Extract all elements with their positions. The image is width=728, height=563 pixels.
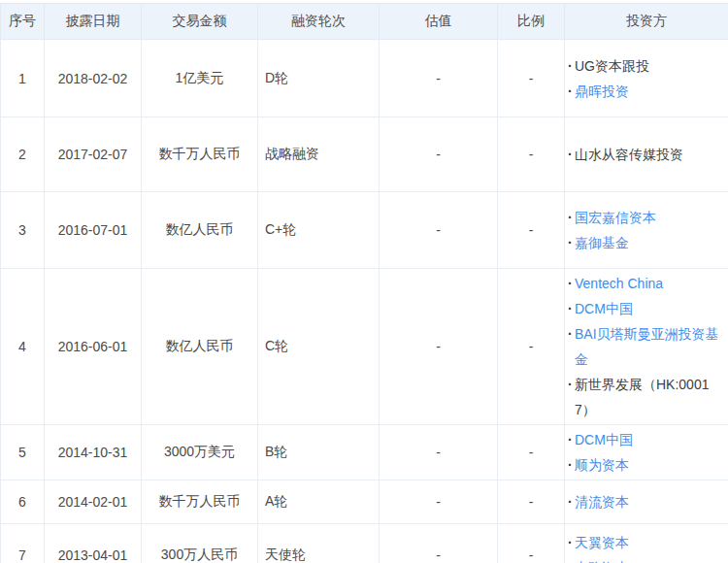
col-header-ratio: 比例 <box>498 4 565 40</box>
investor-link[interactable]: BAI贝塔斯曼亚洲投资基金 <box>575 321 726 372</box>
cell-serial: 7 <box>1 524 45 563</box>
cell-round: B轮 <box>258 425 380 480</box>
cell-investors: ·天翼资本·中路资本 <box>565 524 728 563</box>
cell-round: 天使轮 <box>258 524 380 563</box>
cell-valuation: - <box>380 425 498 480</box>
investor-list: ·国宏嘉信资本·嘉御基金 <box>565 203 728 257</box>
cell-investors: ·DCM中国·顺为资本 <box>565 425 728 480</box>
investor-name: 新世界发展（HK:00017） <box>575 372 726 422</box>
col-header-investors: 投资方 <box>565 4 728 40</box>
cell-round: D轮 <box>258 40 380 117</box>
cell-date: 2018-02-02 <box>45 40 142 117</box>
cell-date: 2013-04-01 <box>45 524 142 563</box>
investor-name: 山水从容传媒投资 <box>575 142 683 167</box>
bullet-icon: · <box>568 296 575 321</box>
cell-investors: ·Ventech China·DCM中国·BAI贝塔斯曼亚洲投资基金·新世界发展… <box>565 269 728 425</box>
cell-ratio: - <box>498 269 565 425</box>
investor-item: ·中路资本 <box>568 555 726 563</box>
cell-amount: 数千万人民币 <box>142 117 258 192</box>
col-header-serial: 序号 <box>1 4 45 40</box>
investor-link[interactable]: 天翼资本 <box>575 530 629 555</box>
cell-valuation: - <box>380 524 498 563</box>
funding-rounds-table: 序号 披露日期 交易金额 融资轮次 估值 比例 投资方 1 2018-02-02… <box>0 3 728 563</box>
cell-amount: 1亿美元 <box>142 40 258 117</box>
cell-serial: 4 <box>1 269 45 425</box>
investor-link[interactable]: 中路资本 <box>575 555 629 563</box>
investor-item: ·DCM中国 <box>568 427 726 452</box>
cell-ratio: - <box>498 425 565 480</box>
cell-round: 战略融资 <box>258 117 380 192</box>
table-row: 1 2018-02-02 1亿美元 D轮 - - ·UG资本跟投·鼎晖投资 <box>1 40 728 117</box>
investor-link[interactable]: 国宏嘉信资本 <box>575 205 656 230</box>
investor-list: ·Ventech China·DCM中国·BAI贝塔斯曼亚洲投资基金·新世界发展… <box>565 269 728 424</box>
bullet-icon: · <box>568 555 575 563</box>
bullet-icon: · <box>568 489 575 514</box>
table-row: 2 2017-02-07 数千万人民币 战略融资 - - ·山水从容传媒投资 <box>1 117 728 192</box>
investor-link[interactable]: 鼎晖投资 <box>575 79 629 104</box>
funding-table-container: 序号 披露日期 交易金额 融资轮次 估值 比例 投资方 1 2018-02-02… <box>0 0 728 563</box>
bullet-icon: · <box>568 53 575 79</box>
cell-amount: 3000万美元 <box>142 425 258 480</box>
cell-valuation: - <box>380 269 498 425</box>
cell-investors: ·山水从容传媒投资 <box>565 117 728 192</box>
cell-date: 2016-07-01 <box>45 192 142 269</box>
investor-item: ·顺为资本 <box>568 452 726 478</box>
investor-item: ·BAI贝塔斯曼亚洲投资基金 <box>568 321 726 372</box>
col-header-amount: 交易金额 <box>142 4 258 40</box>
investor-item: ·嘉御基金 <box>568 230 726 255</box>
investor-link[interactable]: 嘉御基金 <box>575 230 629 255</box>
bullet-icon: · <box>568 271 575 296</box>
cell-ratio: - <box>498 192 565 269</box>
cell-ratio: - <box>498 480 565 524</box>
cell-amount: 数千万人民币 <box>142 480 258 524</box>
investor-list: ·DCM中国·顺为资本 <box>565 425 728 480</box>
col-header-valuation: 估值 <box>380 4 498 40</box>
cell-date: 2016-06-01 <box>45 269 142 425</box>
table-row: 3 2016-07-01 数亿人民币 C+轮 - - ·国宏嘉信资本·嘉御基金 <box>1 192 728 269</box>
cell-ratio: - <box>498 524 565 563</box>
bullet-icon: · <box>568 205 575 230</box>
bullet-icon: · <box>568 452 575 478</box>
table-row: 7 2013-04-01 300万人民币 天使轮 - - ·天翼资本·中路资本 <box>1 524 728 563</box>
investor-link[interactable]: DCM中国 <box>575 427 633 452</box>
cell-date: 2017-02-07 <box>45 117 142 192</box>
cell-investors: ·清流资本 <box>565 480 728 524</box>
cell-serial: 6 <box>1 480 45 524</box>
investor-item: ·Ventech China <box>568 271 726 296</box>
cell-amount: 数亿人民币 <box>142 192 258 269</box>
investor-link[interactable]: Ventech China <box>575 271 663 296</box>
cell-amount: 数亿人民币 <box>142 269 258 425</box>
investor-list: ·清流资本 <box>565 487 728 516</box>
cell-valuation: - <box>380 192 498 269</box>
table-header-row: 序号 披露日期 交易金额 融资轮次 估值 比例 投资方 <box>1 4 728 40</box>
investor-name: UG资本跟投 <box>575 53 649 79</box>
cell-ratio: - <box>498 117 565 192</box>
bullet-icon: · <box>568 230 575 255</box>
investor-list: ·山水从容传媒投资 <box>565 140 728 169</box>
investor-link[interactable]: DCM中国 <box>575 296 633 321</box>
cell-investors: ·国宏嘉信资本·嘉御基金 <box>565 192 728 269</box>
cell-round: A轮 <box>258 480 380 524</box>
table-row: 4 2016-06-01 数亿人民币 C轮 - - ·Ventech China… <box>1 269 728 425</box>
cell-round: C+轮 <box>258 192 380 269</box>
investor-item: ·山水从容传媒投资 <box>568 142 726 167</box>
investor-item: ·DCM中国 <box>568 296 726 321</box>
bullet-icon: · <box>568 427 575 452</box>
investor-item: ·天翼资本 <box>568 530 726 555</box>
table-row: 5 2014-10-31 3000万美元 B轮 - - ·DCM中国·顺为资本 <box>1 425 728 480</box>
col-header-date: 披露日期 <box>45 4 142 40</box>
bullet-icon: · <box>568 530 575 555</box>
investor-list: ·UG资本跟投·鼎晖投资 <box>565 51 728 106</box>
cell-date: 2014-10-31 <box>45 425 142 480</box>
cell-round: C轮 <box>258 269 380 425</box>
cell-serial: 1 <box>1 40 45 117</box>
investor-link[interactable]: 顺为资本 <box>575 452 629 478</box>
bullet-icon: · <box>568 372 575 397</box>
col-header-round: 融资轮次 <box>258 4 380 40</box>
cell-serial: 5 <box>1 425 45 480</box>
cell-valuation: - <box>380 40 498 117</box>
cell-date: 2014-02-01 <box>45 480 142 524</box>
investor-item: ·鼎晖投资 <box>568 79 726 104</box>
cell-valuation: - <box>380 117 498 192</box>
investor-link[interactable]: 清流资本 <box>575 489 629 514</box>
